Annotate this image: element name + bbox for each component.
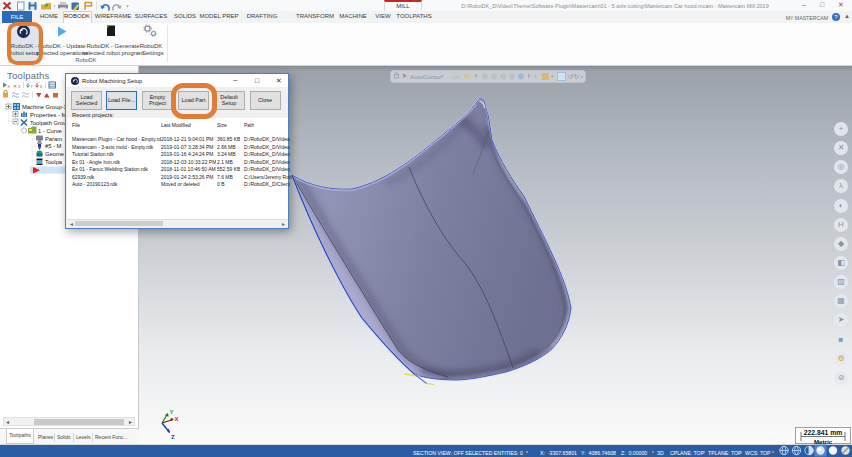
svg-text:Param: Param [45,136,62,142]
svg-text:Z: Z [171,434,175,440]
svg-text:x: x [40,84,43,89]
svg-text:r: r [31,84,33,89]
svg-text:Machine Group-1: Machine Group-1 [22,104,67,110]
svg-text:Properties - M: Properties - M [30,112,67,118]
svg-text:✕: ✕ [13,83,17,89]
svg-text:▾: ▾ [534,73,537,79]
svg-text:x: x [18,84,21,89]
svg-text:Y: Y [170,409,174,415]
svg-text:AutoCursor: AutoCursor [410,73,441,80]
svg-text:Toolpa: Toolpa [45,159,63,165]
svg-text:#5 - M: #5 - M [45,143,62,149]
svg-text:1 - Curve: 1 - Curve [38,128,62,134]
svg-text:▸: ▸ [581,74,584,79]
svg-text:Geome: Geome [45,151,64,157]
svg-text:▾: ▾ [551,73,554,79]
svg-text:▾: ▾ [441,73,444,79]
svg-text:x: x [8,84,11,89]
svg-text:Toolpath Grou: Toolpath Grou [30,120,66,126]
svg-text:X: X [175,416,179,422]
svg-text:↺↻: ↺↻ [568,73,579,80]
svg-text:xyz: xyz [452,74,460,80]
